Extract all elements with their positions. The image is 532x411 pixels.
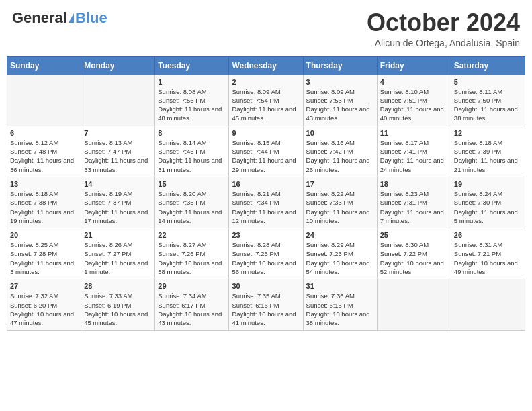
calendar-week-row: 13Sunrise: 8:18 AM Sunset: 7:38 PM Dayli…	[7, 177, 525, 228]
day-detail: Sunrise: 8:25 AM Sunset: 7:28 PM Dayligh…	[10, 240, 78, 276]
calendar-cell: 3Sunrise: 8:09 AM Sunset: 7:53 PM Daylig…	[303, 75, 377, 126]
day-detail: Sunrise: 8:21 AM Sunset: 7:34 PM Dayligh…	[232, 189, 300, 225]
day-detail: Sunrise: 7:33 AM Sunset: 6:19 PM Dayligh…	[84, 291, 152, 327]
day-number: 1	[158, 78, 226, 86]
calendar-cell: 21Sunrise: 8:26 AM Sunset: 7:27 PM Dayli…	[81, 228, 155, 279]
title-block: October 2024 Alicun de Ortega, Andalusia…	[367, 9, 520, 48]
calendar-cell: 26Sunrise: 8:31 AM Sunset: 7:21 PM Dayli…	[451, 228, 525, 279]
day-detail: Sunrise: 8:30 AM Sunset: 7:22 PM Dayligh…	[380, 240, 448, 276]
day-detail: Sunrise: 8:13 AM Sunset: 7:47 PM Dayligh…	[84, 138, 152, 174]
day-detail: Sunrise: 8:23 AM Sunset: 7:31 PM Dayligh…	[380, 189, 448, 225]
day-number: 2	[232, 78, 300, 86]
column-header-saturday: Saturday	[451, 56, 525, 75]
day-number: 22	[158, 231, 226, 239]
calendar-cell: 16Sunrise: 8:21 AM Sunset: 7:34 PM Dayli…	[229, 177, 303, 228]
calendar-cell: 24Sunrise: 8:29 AM Sunset: 7:23 PM Dayli…	[303, 228, 377, 279]
calendar-cell: 4Sunrise: 8:10 AM Sunset: 7:51 PM Daylig…	[377, 75, 451, 126]
day-number: 13	[10, 180, 78, 188]
calendar-cell: 5Sunrise: 8:11 AM Sunset: 7:50 PM Daylig…	[451, 75, 525, 126]
calendar-cell: 11Sunrise: 8:17 AM Sunset: 7:41 PM Dayli…	[377, 126, 451, 177]
calendar-week-row: 6Sunrise: 8:12 AM Sunset: 7:48 PM Daylig…	[7, 126, 525, 177]
day-detail: Sunrise: 8:08 AM Sunset: 7:56 PM Dayligh…	[158, 87, 226, 123]
day-number: 24	[306, 231, 374, 239]
day-number: 29	[158, 282, 226, 290]
calendar-cell: 17Sunrise: 8:22 AM Sunset: 7:33 PM Dayli…	[303, 177, 377, 228]
day-number: 4	[380, 78, 448, 86]
day-detail: Sunrise: 8:09 AM Sunset: 7:54 PM Dayligh…	[232, 87, 300, 123]
logo-blue-text: Blue	[75, 9, 107, 27]
day-detail: Sunrise: 8:19 AM Sunset: 7:37 PM Dayligh…	[84, 189, 152, 225]
day-detail: Sunrise: 8:28 AM Sunset: 7:25 PM Dayligh…	[232, 240, 300, 276]
day-number: 12	[454, 129, 522, 137]
calendar-cell: 22Sunrise: 8:27 AM Sunset: 7:26 PM Dayli…	[155, 228, 229, 279]
day-detail: Sunrise: 8:15 AM Sunset: 7:44 PM Dayligh…	[232, 138, 300, 174]
column-header-tuesday: Tuesday	[155, 56, 229, 75]
day-detail: Sunrise: 8:29 AM Sunset: 7:23 PM Dayligh…	[306, 240, 374, 276]
calendar-cell: 30Sunrise: 7:35 AM Sunset: 6:16 PM Dayli…	[229, 279, 303, 330]
day-detail: Sunrise: 8:16 AM Sunset: 7:42 PM Dayligh…	[306, 138, 374, 174]
day-number: 11	[380, 129, 448, 137]
calendar-cell	[7, 75, 81, 126]
day-number: 3	[306, 78, 374, 86]
calendar-cell: 14Sunrise: 8:19 AM Sunset: 7:37 PM Dayli…	[81, 177, 155, 228]
day-number: 5	[454, 78, 522, 86]
day-number: 26	[454, 231, 522, 239]
logo-general-text: General	[12, 9, 67, 27]
day-detail: Sunrise: 8:26 AM Sunset: 7:27 PM Dayligh…	[84, 240, 152, 276]
calendar-cell	[451, 279, 525, 330]
day-detail: Sunrise: 7:32 AM Sunset: 6:20 PM Dayligh…	[10, 291, 78, 327]
calendar-week-row: 27Sunrise: 7:32 AM Sunset: 6:20 PM Dayli…	[7, 279, 525, 330]
logo-arrow-icon	[69, 13, 74, 23]
calendar-cell: 7Sunrise: 8:13 AM Sunset: 7:47 PM Daylig…	[81, 126, 155, 177]
day-number: 9	[232, 129, 300, 137]
day-detail: Sunrise: 8:31 AM Sunset: 7:21 PM Dayligh…	[454, 240, 522, 276]
calendar-cell	[81, 75, 155, 126]
day-detail: Sunrise: 8:11 AM Sunset: 7:50 PM Dayligh…	[454, 87, 522, 123]
day-detail: Sunrise: 7:36 AM Sunset: 6:15 PM Dayligh…	[306, 291, 374, 327]
day-number: 20	[10, 231, 78, 239]
calendar-week-row: 20Sunrise: 8:25 AM Sunset: 7:28 PM Dayli…	[7, 228, 525, 279]
calendar-cell	[377, 279, 451, 330]
day-number: 30	[232, 282, 300, 290]
calendar-cell: 28Sunrise: 7:33 AM Sunset: 6:19 PM Dayli…	[81, 279, 155, 330]
day-number: 27	[10, 282, 78, 290]
column-header-monday: Monday	[81, 56, 155, 75]
calendar-cell: 23Sunrise: 8:28 AM Sunset: 7:25 PM Dayli…	[229, 228, 303, 279]
calendar-cell: 31Sunrise: 7:36 AM Sunset: 6:15 PM Dayli…	[303, 279, 377, 330]
day-detail: Sunrise: 8:20 AM Sunset: 7:35 PM Dayligh…	[158, 189, 226, 225]
day-number: 23	[232, 231, 300, 239]
day-detail: Sunrise: 8:22 AM Sunset: 7:33 PM Dayligh…	[306, 189, 374, 225]
column-header-friday: Friday	[377, 56, 451, 75]
day-number: 17	[306, 180, 374, 188]
calendar-cell: 27Sunrise: 7:32 AM Sunset: 6:20 PM Dayli…	[7, 279, 81, 330]
day-detail: Sunrise: 8:18 AM Sunset: 7:39 PM Dayligh…	[454, 138, 522, 174]
day-detail: Sunrise: 8:10 AM Sunset: 7:51 PM Dayligh…	[380, 87, 448, 123]
calendar-cell: 12Sunrise: 8:18 AM Sunset: 7:39 PM Dayli…	[451, 126, 525, 177]
calendar-week-row: 1Sunrise: 8:08 AM Sunset: 7:56 PM Daylig…	[7, 75, 525, 126]
calendar-cell: 15Sunrise: 8:20 AM Sunset: 7:35 PM Dayli…	[155, 177, 229, 228]
day-number: 18	[380, 180, 448, 188]
day-detail: Sunrise: 8:09 AM Sunset: 7:53 PM Dayligh…	[306, 87, 374, 123]
day-detail: Sunrise: 8:27 AM Sunset: 7:26 PM Dayligh…	[158, 240, 226, 276]
calendar-cell: 25Sunrise: 8:30 AM Sunset: 7:22 PM Dayli…	[377, 228, 451, 279]
calendar-cell: 9Sunrise: 8:15 AM Sunset: 7:44 PM Daylig…	[229, 126, 303, 177]
day-number: 10	[306, 129, 374, 137]
day-number: 28	[84, 282, 152, 290]
day-number: 19	[454, 180, 522, 188]
day-number: 16	[232, 180, 300, 188]
day-detail: Sunrise: 8:24 AM Sunset: 7:30 PM Dayligh…	[454, 189, 522, 225]
day-number: 8	[158, 129, 226, 137]
day-number: 25	[380, 231, 448, 239]
day-detail: Sunrise: 7:35 AM Sunset: 6:16 PM Dayligh…	[232, 291, 300, 327]
calendar-cell: 2Sunrise: 8:09 AM Sunset: 7:54 PM Daylig…	[229, 75, 303, 126]
month-title: October 2024	[367, 9, 520, 36]
calendar-cell: 13Sunrise: 8:18 AM Sunset: 7:38 PM Dayli…	[7, 177, 81, 228]
column-header-thursday: Thursday	[303, 56, 377, 75]
calendar-cell: 19Sunrise: 8:24 AM Sunset: 7:30 PM Dayli…	[451, 177, 525, 228]
day-detail: Sunrise: 8:17 AM Sunset: 7:41 PM Dayligh…	[380, 138, 448, 174]
location-title: Alicun de Ortega, Andalusia, Spain	[367, 38, 520, 48]
calendar-cell: 1Sunrise: 8:08 AM Sunset: 7:56 PM Daylig…	[155, 75, 229, 126]
logo: General Blue	[12, 9, 107, 27]
column-header-sunday: Sunday	[7, 56, 81, 75]
day-number: 7	[84, 129, 152, 137]
